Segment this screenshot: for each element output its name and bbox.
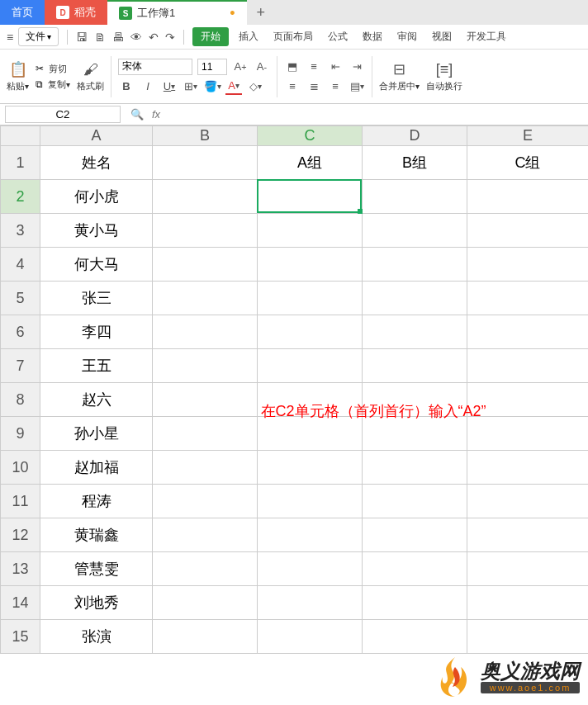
tab-doker[interactable]: D 稻壳 xyxy=(45,0,107,25)
row-header-2[interactable]: 2 xyxy=(1,180,40,214)
cell[interactable]: 黄小马 xyxy=(40,214,153,248)
cell[interactable] xyxy=(258,315,363,349)
row-header-10[interactable]: 10 xyxy=(1,451,40,485)
paste-group[interactable]: 📋 粘贴▾ xyxy=(7,53,29,100)
cell[interactable] xyxy=(467,417,589,451)
indent-dec-icon[interactable]: ⇤ xyxy=(327,59,344,75)
row-header-4[interactable]: 4 xyxy=(1,248,40,282)
cell[interactable] xyxy=(258,485,363,518)
cell[interactable]: B组 xyxy=(363,146,467,180)
tab-home[interactable]: 首页 xyxy=(0,0,45,25)
cut-button[interactable]: ✂剪切 xyxy=(36,63,70,75)
fx-icon[interactable]: fx xyxy=(152,108,160,121)
cell[interactable]: 张三 xyxy=(40,282,153,315)
cell[interactable]: 刘地秀 xyxy=(40,586,153,620)
cell[interactable] xyxy=(153,518,258,552)
align-left-icon[interactable]: ≡ xyxy=(284,78,301,95)
cell[interactable] xyxy=(363,518,467,552)
print-preview-icon[interactable]: 👁 xyxy=(130,31,142,44)
cell[interactable] xyxy=(467,214,589,248)
row-header-7[interactable]: 7 xyxy=(1,349,40,383)
row-header-14[interactable]: 14 xyxy=(1,586,40,620)
save-icon[interactable]: 🖫 xyxy=(76,31,88,44)
increase-font-icon[interactable]: A+ xyxy=(232,59,249,75)
italic-icon[interactable]: I xyxy=(140,78,156,95)
cell[interactable] xyxy=(467,349,589,383)
cell[interactable] xyxy=(467,451,589,485)
cell[interactable]: 赵加福 xyxy=(40,451,153,485)
save-as-icon[interactable]: 🗎 xyxy=(94,31,106,44)
cell[interactable] xyxy=(467,315,589,349)
cell[interactable] xyxy=(467,248,589,282)
copy-button[interactable]: ⧉复制▾ xyxy=(36,78,70,91)
col-header-B[interactable]: B xyxy=(153,126,258,146)
cell[interactable] xyxy=(258,620,363,654)
cell[interactable] xyxy=(363,282,467,315)
menu-review[interactable]: 审阅 xyxy=(392,27,422,46)
cell[interactable] xyxy=(363,248,467,282)
menu-insert[interactable]: 插入 xyxy=(234,27,263,46)
row-header-9[interactable]: 9 xyxy=(1,417,40,451)
cell[interactable] xyxy=(153,485,258,518)
undo-icon[interactable]: ↶ xyxy=(149,31,159,44)
font-name-select[interactable] xyxy=(118,59,192,75)
cell[interactable] xyxy=(153,248,258,282)
cell[interactable]: 赵六 xyxy=(40,383,153,417)
row-header-8[interactable]: 8 xyxy=(1,383,40,417)
cell[interactable] xyxy=(467,552,589,586)
col-header-C[interactable]: C xyxy=(258,126,363,146)
select-all-corner[interactable] xyxy=(1,126,40,146)
row-header-6[interactable]: 6 xyxy=(1,315,40,349)
zoom-icon[interactable]: 🔍 xyxy=(130,108,144,121)
cell[interactable] xyxy=(363,417,467,451)
cell[interactable] xyxy=(258,248,363,282)
cell[interactable] xyxy=(467,620,589,654)
align-justify-icon[interactable]: ▤▾ xyxy=(349,78,365,95)
fill-color-icon[interactable]: 🪣▾ xyxy=(204,78,220,95)
row-header-12[interactable]: 12 xyxy=(1,518,40,552)
cell[interactable] xyxy=(363,315,467,349)
cell[interactable] xyxy=(467,282,589,315)
cell[interactable] xyxy=(153,586,258,620)
cell[interactable] xyxy=(153,282,258,315)
print-icon[interactable]: 🖶 xyxy=(112,31,124,44)
cell[interactable] xyxy=(153,214,258,248)
cell[interactable]: 黄瑞鑫 xyxy=(40,518,153,552)
col-header-D[interactable]: D xyxy=(363,126,467,146)
cell[interactable] xyxy=(153,451,258,485)
cell[interactable] xyxy=(258,552,363,586)
menu-page-layout[interactable]: 页面布局 xyxy=(268,27,318,46)
formula-input[interactable] xyxy=(170,104,588,125)
cell[interactable] xyxy=(467,485,589,518)
cell[interactable] xyxy=(363,485,467,518)
cell[interactable] xyxy=(363,586,467,620)
menu-data[interactable]: 数据 xyxy=(358,27,387,46)
row-header-1[interactable]: 1 xyxy=(1,146,40,180)
cell[interactable] xyxy=(467,518,589,552)
menu-dev-tools[interactable]: 开发工具 xyxy=(462,27,511,46)
cell[interactable] xyxy=(153,620,258,654)
cell[interactable] xyxy=(153,315,258,349)
cell[interactable]: 程涛 xyxy=(40,485,153,518)
cell[interactable]: A组 xyxy=(258,146,363,180)
cell[interactable]: 管慧雯 xyxy=(40,552,153,586)
menu-start[interactable]: 开始 xyxy=(192,27,229,46)
cell[interactable] xyxy=(363,180,467,214)
row-header-15[interactable]: 15 xyxy=(1,620,40,654)
cell[interactable] xyxy=(153,552,258,586)
bold-icon[interactable]: B xyxy=(118,78,135,95)
tab-add[interactable]: + xyxy=(247,0,276,25)
cell[interactable] xyxy=(153,383,258,417)
name-box[interactable] xyxy=(5,106,121,123)
col-header-A[interactable]: A xyxy=(40,126,153,146)
cell[interactable]: C组 xyxy=(467,146,589,180)
cell[interactable] xyxy=(258,451,363,485)
menu-formula[interactable]: 公式 xyxy=(323,27,353,46)
cell[interactable]: 孙小星 xyxy=(40,417,153,451)
font-color-icon[interactable]: A▾ xyxy=(225,78,242,95)
cell[interactable]: 王五 xyxy=(40,349,153,383)
merge-center-group[interactable]: ⊟ 合并居中▾ xyxy=(379,53,420,100)
align-right-icon[interactable]: ≡ xyxy=(327,78,344,95)
cell[interactable] xyxy=(363,451,467,485)
align-center-icon[interactable]: ≣ xyxy=(306,78,322,95)
